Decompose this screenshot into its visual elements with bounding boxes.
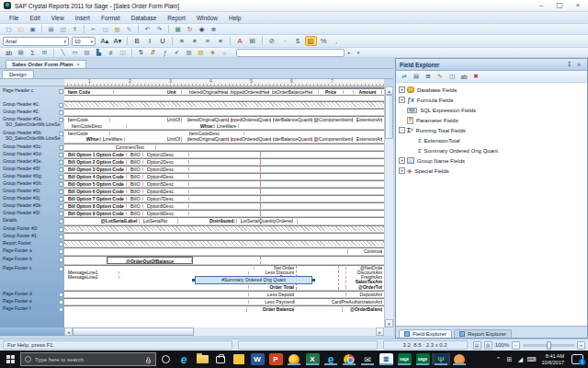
highlighting-expert-button[interactable]: ▧ xyxy=(196,49,207,57)
menu-edit[interactable]: Edit xyxy=(24,14,45,22)
design-field[interactable]: LotSerialNo xyxy=(143,218,178,224)
maximize-button[interactable]: ▢ xyxy=(553,2,566,9)
new-report-button[interactable]: ▢ xyxy=(4,25,15,33)
taskbar-icon-crystal-reports[interactable]: Ψ xyxy=(432,353,450,365)
section-label[interactable]: Page Footer b xyxy=(0,255,57,264)
design-field[interactable]: ItemCode xyxy=(68,117,110,123)
design-field[interactable]: Distributed: xyxy=(209,218,237,224)
edit-field-button[interactable]: ✎ xyxy=(435,72,446,82)
section-marker[interactable] xyxy=(57,108,64,115)
taskbar-icon-mail[interactable]: ✉ xyxy=(358,353,377,365)
design-field[interactable]: Unit xyxy=(167,89,182,95)
scrollbar-thumb[interactable] xyxy=(73,328,194,336)
design-field[interactable]: Price xyxy=(318,89,344,95)
section-label[interactable]: Group Header #3a:SO_SalesOrderWk.LineSe xyxy=(0,115,57,129)
design-field[interactable]: Order Balance xyxy=(246,306,294,313)
zoom-slider[interactable] xyxy=(523,344,574,347)
section-marker[interactable] xyxy=(57,224,64,232)
design-field[interactable]: Item Code xyxy=(68,89,114,95)
font-size-select[interactable]: 10▾ xyxy=(72,37,96,46)
currency-button[interactable]: $ xyxy=(292,36,304,46)
open-report-button[interactable]: ◱ xyxy=(16,25,27,33)
tree-item[interactable]: SQLSQL Expression Fields xyxy=(399,105,587,115)
section-marker[interactable] xyxy=(57,157,64,165)
zoom-out-icon[interactable]: − xyxy=(512,341,520,350)
align-center-button[interactable]: ≡ xyxy=(189,36,201,46)
horizontal-scrollbar[interactable]: ◂ ▸ xyxy=(64,328,384,336)
section-label[interactable]: Page Footer a xyxy=(0,247,57,255)
taskbar-icon-firefox[interactable] xyxy=(285,354,303,365)
section-marker[interactable] xyxy=(57,100,64,108)
expand-plus-icon[interactable]: + xyxy=(399,157,405,164)
tree-item[interactable]: ΣSummary Ordered Orig Quant xyxy=(399,145,587,155)
cut-button[interactable]: ✂ xyxy=(88,25,99,33)
section-marker[interactable] xyxy=(57,247,64,255)
close-button[interactable]: × xyxy=(571,2,584,9)
increase-font-button[interactable]: A▴ xyxy=(99,36,111,46)
tree-item[interactable]: +Group Name Fields xyxy=(399,155,587,166)
taskbar-icon-notepad[interactable]: ≣ xyxy=(377,353,395,365)
insert-box-button[interactable]: ▭ xyxy=(70,49,81,57)
section-marker[interactable] xyxy=(57,143,64,150)
section-label[interactable]: Group Header #3i: xyxy=(0,187,57,194)
tree-item[interactable]: -Σ¹Running Total Fields xyxy=(399,125,587,135)
section-marker[interactable] xyxy=(57,201,64,209)
tree-item[interactable]: +Database Fields xyxy=(399,85,587,95)
delete-field-button[interactable]: ✖ xyxy=(470,72,481,82)
design-field[interactable]: ExtensionAm xyxy=(356,117,382,123)
taskbar-search-input[interactable]: Type here to search xyxy=(20,352,156,366)
menu-report[interactable]: Report xyxy=(162,14,191,22)
section-label[interactable]: Group Header #1: xyxy=(0,100,57,108)
page-layout-icon[interactable]: ▤ xyxy=(473,341,481,350)
taskbar-icon-sage-100[interactable]: sage xyxy=(413,353,432,365)
design-field[interactable]: ExtensionAm xyxy=(356,136,382,143)
duplicate-field-button[interactable]: ◫ xyxy=(447,72,458,82)
undo-button[interactable]: ↶ xyxy=(142,25,153,33)
tab-report-explorer[interactable]: Report Explorer xyxy=(454,329,512,338)
quick-search-input[interactable] xyxy=(236,49,345,57)
insert-summary-button[interactable]: Σ xyxy=(28,49,39,57)
browse-data-button[interactable]: ▤ xyxy=(411,72,422,82)
insert-crosstab-button[interactable]: # xyxy=(106,49,117,57)
section-label[interactable]: Group Header #3c: xyxy=(0,143,57,150)
insert-field-button[interactable]: ▤ xyxy=(16,49,27,57)
database-expert-button[interactable]: ◈ xyxy=(208,49,219,57)
section-marker[interactable] xyxy=(57,165,64,172)
menu-help[interactable]: Help xyxy=(223,14,246,22)
find-button[interactable]: ◉ xyxy=(197,25,208,33)
microphone-icon[interactable] xyxy=(147,357,150,362)
tray-keyboard-icon[interactable]: ⌨ xyxy=(526,356,537,363)
comma-button[interactable]: , xyxy=(331,36,343,46)
section-marker[interactable] xyxy=(57,209,64,216)
menu-view[interactable]: View xyxy=(46,14,70,22)
copy-button[interactable]: ◫ xyxy=(100,25,111,33)
toggle-group-tree-button[interactable]: ▦ xyxy=(173,25,184,33)
section-marker[interactable] xyxy=(57,194,64,201)
section-label[interactable]: Group Header #3d: xyxy=(0,150,57,157)
expand-plus-icon[interactable]: + xyxy=(399,86,405,93)
menu-database[interactable]: Database xyxy=(126,14,163,22)
align-right-button[interactable]: ≡ xyxy=(202,36,214,46)
percent-button[interactable]: % xyxy=(318,36,330,46)
dropdown-button[interactable]: ▾ xyxy=(354,49,363,57)
expand-plus-icon[interactable]: + xyxy=(399,167,405,174)
design-field[interactable]: ippedOrderedQuantity xyxy=(231,117,271,123)
section-label[interactable]: Group Header #3e: xyxy=(0,157,57,165)
taskbar-icon-powerpoint[interactable]: P xyxy=(266,353,285,365)
refresh-button[interactable]: ↻ xyxy=(185,25,196,33)
design-field[interactable]: UnitOf xyxy=(167,117,182,123)
suppress-button[interactable]: ⊘ xyxy=(266,36,278,46)
taskbar-icon-sage-50[interactable]: sage xyxy=(395,353,413,365)
bold-button[interactable]: B xyxy=(131,36,143,46)
section-label[interactable]: Page Footer f xyxy=(0,305,57,313)
design-field[interactable]: LotSerialQuantityOrdered xyxy=(241,218,298,224)
section-label[interactable]: Page Footer d xyxy=(0,290,57,297)
taskbar-icon-fiddler[interactable] xyxy=(450,354,469,365)
menu-file[interactable]: File xyxy=(4,14,24,22)
action-center-icon[interactable]: 1 xyxy=(571,354,583,364)
tray-people-icon[interactable]: ⊞ xyxy=(504,356,515,363)
design-field[interactable]: deredOriginalQuantity xyxy=(187,136,229,143)
section-label[interactable]: Report Footer xyxy=(0,239,57,247)
minimize-button[interactable]: – xyxy=(535,2,548,9)
menu-window[interactable]: Window xyxy=(191,14,223,22)
